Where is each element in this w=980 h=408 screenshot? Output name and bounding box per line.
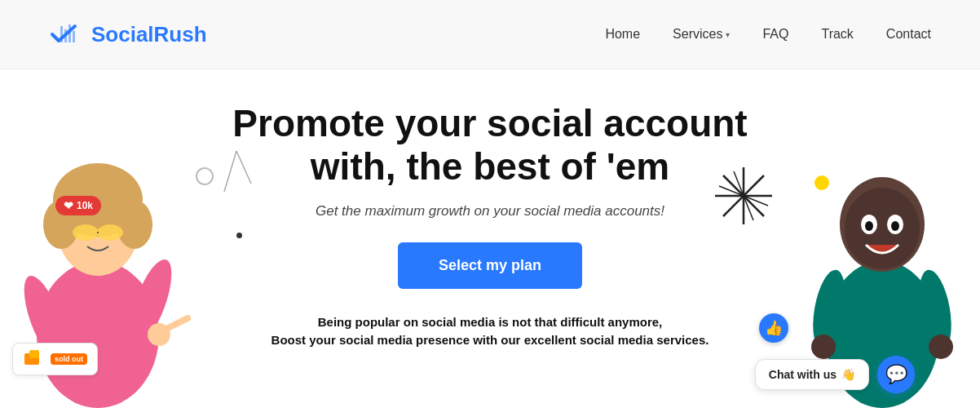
nav-home[interactable]: Home [605, 27, 640, 42]
hero-content: Promote your social account with, the be… [16, 102, 964, 350]
hero-section: ❤ 10k [0, 69, 980, 408]
hero-title: Promote your social account with, the be… [16, 102, 964, 188]
thumbs-up-badge: 👍 [759, 313, 788, 343]
chevron-down-icon: ▾ [726, 30, 730, 39]
bottom-text-line1: Being popular on social media is not tha… [318, 315, 663, 329]
nav-contact[interactable]: Contact [886, 27, 931, 42]
bottom-text-line2: Boost your social media presence with ou… [271, 333, 709, 347]
logo-text: SocialRush [91, 22, 207, 47]
chat-bubble[interactable]: Chat with us 👋 [755, 359, 869, 390]
sold-out-card: sold out [12, 343, 98, 375]
nav-faq[interactable]: FAQ [762, 27, 788, 42]
main-nav: Home Services ▾ FAQ Track Contact [605, 27, 931, 42]
logo-text-black: Rush [154, 22, 207, 47]
hero-bottom-text: Being popular on social media is not tha… [16, 313, 964, 350]
nav-track[interactable]: Track [821, 27, 853, 42]
sold-out-badge: sold out [51, 353, 87, 365]
svg-rect-3 [73, 31, 75, 42]
nav-services-label: Services [673, 27, 722, 42]
like-badge: ❤ 10k [55, 196, 101, 215]
chat-widget[interactable]: Chat with us 👋 💬 [755, 356, 915, 393]
chat-label: Chat with us [769, 368, 837, 381]
chat-button[interactable]: 💬 [877, 356, 915, 393]
logo-text-blue: Social [91, 22, 154, 47]
logo-icon [49, 20, 85, 49]
wave-icon: 👋 [841, 368, 855, 381]
chat-icon: 💬 [885, 364, 907, 385]
svg-rect-20 [29, 350, 39, 358]
hero-subtitle: Get the maximum growth on your social me… [16, 203, 964, 220]
logo[interactable]: SocialRush [49, 20, 207, 49]
hero-title-line1: Promote your social account [232, 102, 747, 144]
hero-subtitle-text: Get the maximum growth on your social me… [316, 203, 664, 219]
like-count: 10k [77, 200, 93, 211]
site-header: SocialRush Home Services ▾ FAQ Track Con… [0, 0, 980, 69]
tag-icon [23, 350, 46, 368]
heart-icon: ❤ [64, 199, 73, 212]
hero-title-line2: with, the best of 'em [311, 145, 669, 188]
select-plan-button[interactable]: Select my plan [398, 242, 582, 289]
nav-services[interactable]: Services ▾ [673, 27, 730, 42]
